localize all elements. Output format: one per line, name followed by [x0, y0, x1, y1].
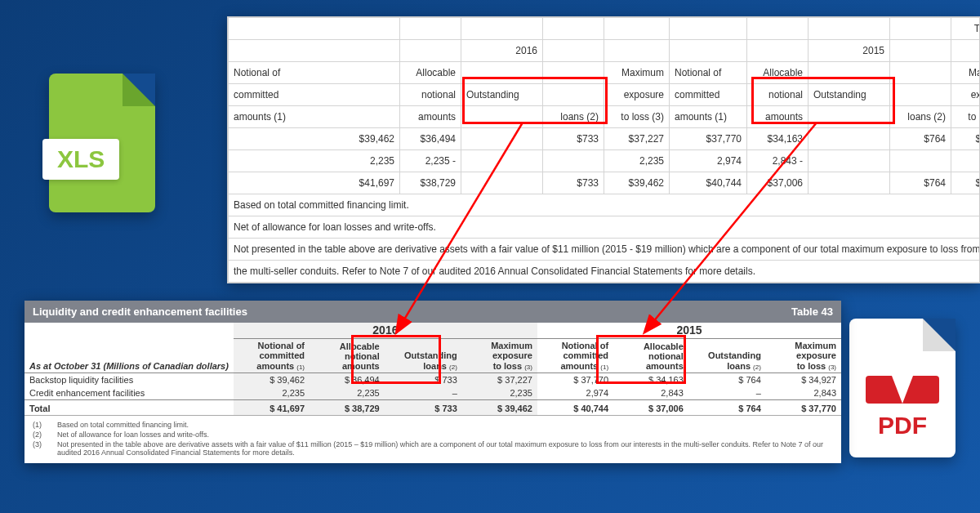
- hdr-notional-1b: Notional of: [670, 62, 747, 84]
- note-4: the multi-seller conduits. Refer to Note…: [229, 261, 981, 283]
- xls-file-icon: XLS: [49, 74, 155, 212]
- footnote-3: (3)Not presented in the table above are …: [33, 440, 833, 457]
- hdr-notional-3b: amounts (1): [670, 106, 747, 128]
- col-allocable: Allocablenotionalamounts: [310, 339, 385, 373]
- table-row: amounts (1) amounts loans (2) to loss (3…: [229, 106, 981, 128]
- pdf-table: 2016 2015 As at October 31 (Millions of …: [24, 323, 841, 415]
- xls-fold: [122, 74, 155, 106]
- hdr-notional-3: amounts (1): [229, 106, 400, 128]
- table-row: Not presented in the table above are der…: [229, 239, 981, 261]
- hdr-out-3b: loans (2): [890, 106, 951, 128]
- year-2015: 2015: [808, 40, 890, 62]
- col-maxexp: Maximumexposureto loss (3): [462, 339, 537, 373]
- xls-table: Table 43 2016 2015 Notional of Allocable…: [228, 17, 980, 283]
- footnotes: (1)Based on total committed financing li…: [24, 415, 841, 463]
- hdr-max-1b: Maximum: [951, 62, 981, 84]
- hdr-out-1b: Outstanding: [808, 84, 890, 106]
- table-row: 2016 2015: [24, 323, 841, 339]
- table-row: 2016 2015: [229, 40, 981, 62]
- pdf-table-label: Table 43: [791, 306, 833, 318]
- table-label: Table 43: [951, 18, 981, 40]
- pdf-fold: [923, 319, 956, 351]
- hdr-alloc-1: Allocable: [400, 62, 461, 84]
- footnote-1: (1)Based on total committed financing li…: [33, 421, 833, 429]
- note-3: Not presented in the table above are der…: [229, 239, 981, 261]
- hdr-out-1: Outstanding: [461, 84, 543, 106]
- hdr-out-3: loans (2): [543, 106, 604, 128]
- table-row: Net of allowance for loan losses and wri…: [229, 216, 981, 239]
- year-2015: 2015: [537, 323, 841, 339]
- col-maxexp-b: Maximumexposureto loss (3): [766, 339, 841, 373]
- table-row: the multi-seller conduits. Refer to Note…: [229, 261, 981, 283]
- table-row: Notional of Allocable Maximum Notional o…: [229, 62, 981, 84]
- year-2016: 2016: [234, 323, 537, 339]
- hdr-alloc-2: notional: [400, 84, 461, 106]
- pdf-file-icon: PDF: [849, 319, 956, 457]
- table-row: As at October 31 (Millions of Canadian d…: [24, 339, 841, 373]
- xls-preview-panel: Table 43 2016 2015 Notional of Allocable…: [227, 16, 980, 283]
- subhead: As at October 31 (Millions of Canadian d…: [24, 339, 234, 373]
- table-row-total: Total $ 41,697 $ 38,729 $ 733 $ 39,462 $…: [24, 400, 841, 416]
- hdr-max-2b: exposure: [951, 84, 981, 106]
- hdr-max-3: to loss (3): [604, 106, 670, 128]
- table-row: Based on total committed financing limit…: [229, 194, 981, 216]
- col-notional: Notional ofcommittedamounts (1): [234, 339, 310, 373]
- hdr-notional-2b: committed: [670, 84, 747, 106]
- table-row: $39,462 $36,494 $733 $37,227 $37,770 $34…: [229, 128, 981, 150]
- col-allocable-b: Allocablenotionalamounts: [613, 339, 688, 373]
- hdr-notional-2: committed: [229, 84, 400, 106]
- hdr-max-1: Maximum: [604, 62, 670, 84]
- hdr-notional-1: Notional of: [229, 62, 400, 84]
- pdf-label: PDF: [849, 412, 956, 439]
- col-outstanding-b: Outstandingloans (2): [688, 339, 766, 373]
- table-row: Backstop liquidity facilities $ 39,462 $…: [24, 373, 841, 387]
- table-row: 2,235 2,235 - 2,235 2,974 2,843 - 2,843: [229, 150, 981, 172]
- table-row: Table 43: [229, 18, 981, 40]
- hdr-alloc-3b: amounts: [747, 106, 808, 128]
- pdf-preview-panel: Liquidity and credit enhancement facilit…: [24, 301, 841, 463]
- hdr-max-2: exposure: [604, 84, 670, 106]
- note-2: Net of allowance for loan losses and wri…: [229, 216, 981, 239]
- hdr-alloc-3: amounts: [400, 106, 461, 128]
- xls-body: XLS: [49, 74, 155, 212]
- footnote-2: (2)Net of allowance for loan losses and …: [33, 430, 833, 439]
- hdr-alloc-2b: notional: [747, 84, 808, 106]
- hdr-alloc-1b: Allocable: [747, 62, 808, 84]
- col-outstanding: Outstandingloans (2): [385, 339, 462, 373]
- pdf-table-header: Liquidity and credit enhancement facilit…: [24, 301, 841, 323]
- hdr-max-3b: to loss (3): [951, 106, 981, 128]
- table-row: committed notional Outstanding exposure …: [229, 84, 981, 106]
- note-1: Based on total committed financing limit…: [229, 194, 981, 216]
- pdf-title: Liquidity and credit enhancement facilit…: [33, 306, 247, 318]
- pdf-body: PDF: [849, 319, 956, 457]
- year-2016: 2016: [461, 40, 543, 62]
- col-notional-b: Notional ofcommittedamounts (1): [537, 339, 613, 373]
- xls-label: XLS: [42, 139, 119, 180]
- table-row: $41,697 $38,729 $733 $39,462 $40,744 $37…: [229, 172, 981, 194]
- table-row: Credit enhancement facilities 2,235 2,23…: [24, 386, 841, 400]
